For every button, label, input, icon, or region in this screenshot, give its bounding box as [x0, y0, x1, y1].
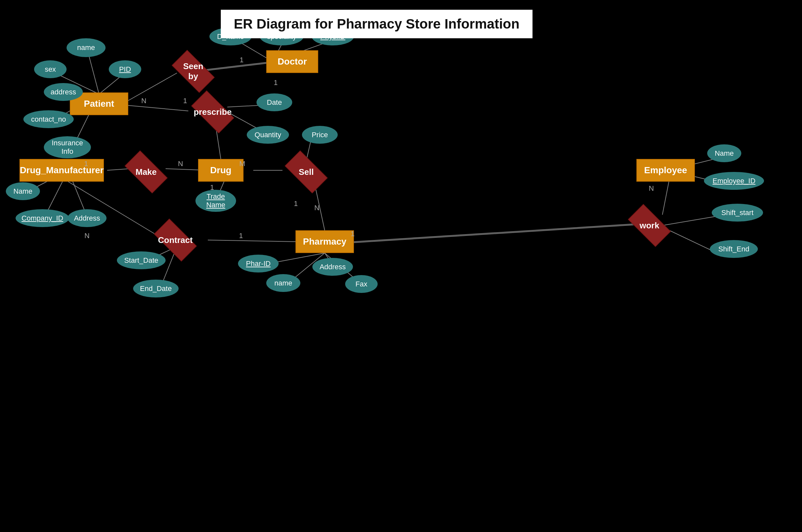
attr-quantity: Quantity — [247, 126, 289, 144]
card-seen-doctor2: 1 — [274, 78, 278, 87]
card-emp-work: N — [649, 184, 654, 193]
svg-line-35 — [662, 182, 669, 215]
attr-sex: sex — [34, 60, 67, 78]
attr-shift-end: Shift_End — [710, 240, 758, 258]
attr-shift-start: Shift_start — [712, 204, 763, 222]
relationship-make: Make — [120, 157, 172, 187]
card-drug-sell: M — [239, 159, 245, 168]
card-prescribe-drug: 1 — [183, 97, 187, 105]
attr-pid: PID — [109, 60, 141, 78]
svg-line-0 — [88, 51, 99, 94]
card-prescribe-drug2: 1 — [210, 183, 214, 192]
attr-phar-name: name — [266, 274, 300, 292]
card-mfr-contract: N — [85, 232, 90, 240]
entity-drug: Drug — [198, 159, 243, 182]
attr-mfr-address: Address — [68, 209, 107, 227]
attr-contact-no: contact_no — [23, 110, 74, 128]
diagram-title: ER Diagram for Pharmacy Store Informatio… — [221, 10, 532, 38]
attr-phar-address: Address — [312, 258, 353, 276]
attr-mfr-name: Name — [6, 182, 40, 200]
card-pharmacy-work: N — [314, 204, 320, 212]
relationship-work: work — [623, 211, 675, 240]
attr-emp-name: Name — [707, 144, 741, 162]
relationship-seen-by: Seenby — [167, 57, 219, 86]
card-mfr-make: 1 — [84, 159, 88, 168]
svg-line-37 — [354, 225, 635, 243]
svg-line-36 — [354, 224, 635, 242]
attr-company-id: Company_ID — [16, 209, 69, 227]
attr-insurance: Insurance Info — [44, 136, 91, 158]
attr-address-p: address — [44, 83, 83, 101]
attr-phar-id: Phar-ID — [238, 255, 278, 272]
entity-doctor: Doctor — [266, 50, 318, 73]
attr-date: Date — [256, 93, 292, 111]
attr-end-date: End_Date — [133, 280, 179, 298]
svg-line-26 — [208, 240, 295, 242]
card-patient-prescribe: N — [141, 97, 146, 105]
entity-employee: Employee — [636, 159, 695, 182]
relationship-sell: Sell — [280, 157, 332, 187]
svg-line-12 — [128, 106, 188, 111]
card-make-drug: N — [178, 159, 183, 168]
attr-start-date: Start_Date — [117, 251, 166, 269]
attr-name: name — [67, 38, 106, 57]
attr-trade-name: Trade Name — [196, 190, 236, 212]
card-work-pharmacy: 1 — [351, 230, 354, 238]
card-seen-doctor: 1 — [240, 56, 243, 64]
card-sell-pharmacy2: 1 — [294, 200, 298, 208]
attr-price: Price — [302, 126, 338, 144]
er-lines — [0, 0, 802, 532]
attr-fax: Fax — [345, 275, 378, 293]
relationship-prescribe: prescribe — [187, 97, 239, 127]
card-contract-pharmacy: 1 — [239, 232, 243, 240]
relationship-contract: Contract — [149, 225, 201, 255]
attr-emp-id: Employee_ID — [704, 172, 764, 190]
entity-drug-manufacturer: Drug_Manufacturer — [19, 159, 104, 182]
entity-pharmacy: Pharmacy — [295, 230, 354, 253]
